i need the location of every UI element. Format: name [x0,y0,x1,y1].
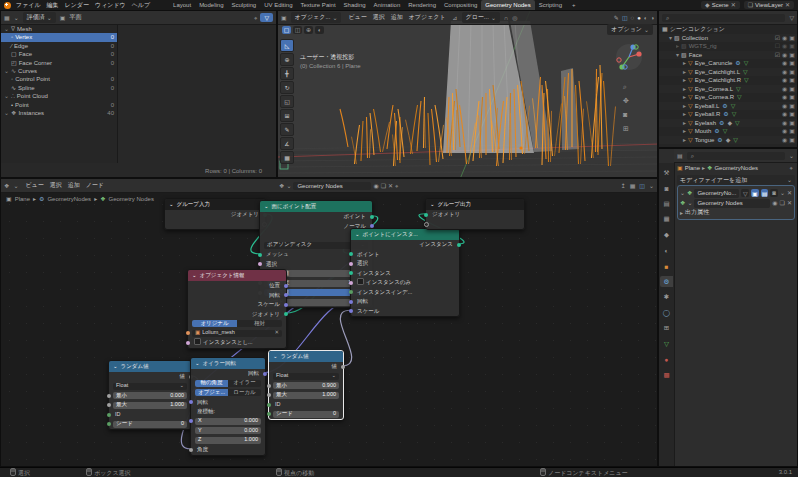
overlays-toggle-icon[interactable]: ◫ [293,26,302,34]
random-value-left-row-1[interactable]: Float⌄ [109,382,191,392]
node-tree-name-field[interactable]: Geometry Nodes [694,199,770,208]
node-dropdown[interactable]: Float⌄ [273,373,339,380]
eye-visibility-icon[interactable]: ◉ [782,93,787,102]
properties-tab-tool[interactable]: ⚒ [660,167,673,178]
value-field-X[interactable]: X0.000 [195,418,261,425]
value-field-シード[interactable]: シード0 [273,411,339,418]
exclude-checkbox-icon[interactable]: ☑ [775,51,780,60]
outliner-search-input[interactable]: ⌕ [662,14,785,22]
toggle-ローカル[interactable]: ローカル [228,389,261,396]
random-value-right-row-0[interactable]: 値 [269,362,343,372]
collapse-icon[interactable]: ⌄ [192,270,197,281]
menu-レンダー[interactable]: レンダー [62,1,92,10]
collapse-icon[interactable]: ▾ [676,51,679,60]
outliner-filter-icon[interactable]: ▽ [789,15,794,21]
outliner-row-eye-catchlight-l[interactable]: ▸▽Eye_Catchlight.L▽◉▣ [659,68,797,77]
collapse-icon[interactable]: ⌄ [264,201,269,212]
outliner-row-eyelash[interactable]: ▸▽Eyelash⚙◆▽◉▣ [659,119,797,128]
instance-on-points-row-2[interactable]: 選択 [351,259,459,269]
object-info-row-4[interactable]: オリジナル相対 [188,319,286,329]
node-dropdown[interactable]: Float⌄ [113,383,187,390]
expand-icon[interactable]: ▸ [683,59,686,68]
random-value-right-row-1[interactable]: Float⌄ [269,372,343,382]
group-input-row-0[interactable]: ジオメトリ [165,210,265,220]
collapse-icon[interactable]: ⌄ [430,199,435,210]
modifier-name-field[interactable]: GeometryNo... [694,189,739,198]
workspace-tab-geometry-nodes[interactable]: Geometry Nodes [481,0,534,10]
properties-editor-icon[interactable]: ▤ [677,153,683,159]
modifier-cage-toggle[interactable]: ▽ [741,189,749,197]
workspace-tab-compositing[interactable]: Compositing [440,0,481,10]
properties-tab-texture[interactable]: ▩ [660,370,673,381]
outliner-row-mouth[interactable]: ▸▽Mouth⚙▽◉▣ [659,127,797,136]
properties-tab-world[interactable]: ◐ [660,245,673,256]
breadcrumb-object[interactable]: Plane [685,165,700,171]
checkbox[interactable] [194,338,201,345]
viewport-shading-toggle-icon[interactable]: ◐ [315,26,324,34]
eye-visibility-icon[interactable]: ◉ [782,76,787,85]
random-value-right-header[interactable]: ⌄ランダム値 [269,351,343,362]
expand-icon[interactable]: ▸ [683,85,686,94]
random-value-left-row-4[interactable]: ID [109,410,191,420]
exclude-checkbox-icon[interactable]: ☑ [775,34,780,43]
random-value-right-row-4[interactable]: ID [269,400,343,410]
value-field-最小[interactable]: 最小0.000 [113,392,187,399]
viewport-editor-icon[interactable]: ▣ [281,15,287,21]
spreadsheet-row-vertex[interactable]: ◦Vertex0 [1,33,117,41]
eye-visibility-icon[interactable]: ◉ [782,102,787,111]
socket-input[interactable] [424,213,428,217]
expand-icon[interactable]: ▸ [676,42,679,51]
toggle-group[interactable]: 軸の角度オイラー [195,380,261,387]
rotate-euler-row-6[interactable]: Y0.000 [191,426,265,436]
viewport-menu-追加[interactable]: 追加 [388,13,406,22]
socket-output[interactable] [284,284,288,288]
scale-tool[interactable]: ◱ [280,95,294,108]
outliner-row-eye-cornea-r[interactable]: ▸▽Eye_Cornea.R▽◉▣ [659,93,797,102]
outliner-row----------[interactable]: ▦シーンコレクション [659,25,797,34]
socket-input[interactable] [349,309,353,313]
eye-visibility-icon[interactable]: ◉ [782,136,787,145]
outliner-row-eyeball-r[interactable]: ▸▽Eyeball.R⚙▽◉▣ [659,110,797,119]
collapse-icon[interactable]: ⌄ [355,229,360,240]
camera-visibility-icon[interactable]: ▣ [789,110,795,119]
menu-編集[interactable]: 編集 [44,1,62,10]
eye-visibility-icon[interactable]: ◉ [782,34,787,43]
dataset-dropdown[interactable]: 評価済 ⌄ [23,12,56,23]
value-field-Z[interactable]: Z1.000 [195,437,261,444]
socket-output[interactable] [284,312,288,316]
spreadsheet-group-mesh[interactable]: ⌄∇Mesh [1,25,117,33]
group-output-row-1[interactable] [426,220,524,230]
camera-visibility-icon[interactable]: ▣ [789,119,795,128]
socket-input[interactable] [267,412,271,416]
properties-tab-object-data[interactable]: ▽ [660,339,673,350]
group-output-header[interactable]: ⌄グループ出力 [426,199,524,210]
object-info-row-2[interactable]: スケール [188,300,286,310]
random-value-right-row-5[interactable]: シード0 [269,410,343,420]
breadcrumb-data[interactable]: GeometryNodes [714,165,758,171]
proportional-edit-icon[interactable]: ◎ [512,15,517,21]
workspace-tab-animation[interactable]: Animation [370,0,405,10]
spreadsheet-group-curves[interactable]: ⌄∿Curves [1,67,117,75]
camera-visibility-icon[interactable]: ▣ [789,127,795,136]
outliner-row-eye-cornea-l[interactable]: ▸▽Eye_Cornea.L▽◉▣ [659,85,797,94]
properties-tab-physics[interactable]: ◯ [660,307,673,318]
object-info-row-6[interactable]: インスタンスとし... [188,338,286,348]
properties-tab-scene[interactable]: ◆ [660,229,673,240]
camera-visibility-icon[interactable]: ▣ [789,85,795,94]
workspace-tab-uv-editing[interactable]: UV Editing [260,0,296,10]
camera-visibility-icon[interactable]: ▣ [789,42,795,51]
rotate-euler-node[interactable]: ⌄オイラー回転回転軸の角度オイラーオブジェ...ローカル回転座標軸:X0.000… [190,357,266,456]
instance-on-points-node[interactable]: ⌄ポイントにインスタ...インスタンスポイント選択インスタンスインスタンスのみイ… [350,228,460,317]
eye-visibility-icon[interactable]: ◉ [782,42,787,51]
object-info-row-1[interactable]: 回転 [188,291,286,301]
camera-visibility-icon[interactable]: ▣ [789,136,795,145]
value-field-最大[interactable]: 最大1.000 [273,392,339,399]
socket-input[interactable] [107,413,111,417]
spreadsheet-editor-icon[interactable]: ▦ [4,15,10,21]
annotate-icon[interactable]: ✎ [614,15,619,21]
group-input-header[interactable]: ⌄グループ入力 [165,199,265,210]
viewport-menu-オブジェクト[interactable]: オブジェクト [406,13,449,22]
random-value-right-row-2[interactable]: 最小0.900 [269,381,343,391]
expand-icon[interactable]: ▸ [683,102,686,111]
spreadsheet-row-spline[interactable]: ∿Spline0 [1,84,117,92]
